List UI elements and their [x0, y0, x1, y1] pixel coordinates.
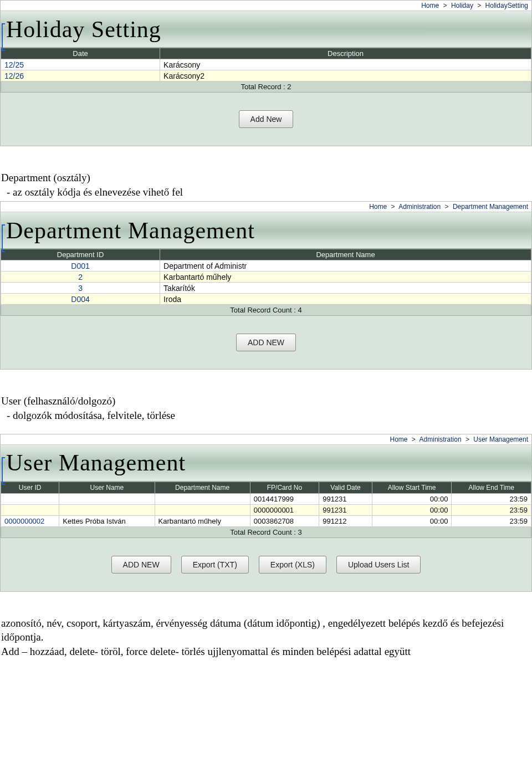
table-row[interactable]: 12/26 Karácsony2	[1, 70, 531, 81]
breadcrumb-home[interactable]: Home	[390, 436, 408, 443]
add-new-button[interactable]: ADD NEW	[236, 334, 296, 351]
export-xls-button[interactable]: Export (XLS)	[259, 556, 326, 574]
cell-dept-id[interactable]: 2	[1, 272, 160, 283]
cell-card: 0000000001	[250, 504, 319, 515]
cell-dname	[155, 504, 250, 515]
department-intro: Department (osztály) - az osztály kódja …	[0, 168, 532, 201]
cell-date[interactable]: 12/25	[1, 59, 160, 70]
table-row[interactable]: 12/25 Karácsony	[1, 59, 531, 70]
table-row[interactable]: 3 Takarítók	[1, 283, 531, 294]
intro-heading: Department (osztály)	[1, 171, 531, 185]
cell-start: 00:00	[372, 504, 452, 515]
cell-uid[interactable]	[1, 504, 59, 515]
department-management-screenshot: Home > Administration > Department Manag…	[0, 201, 532, 370]
cell-end: 23:59	[452, 515, 531, 526]
cell-card: 0014417999	[250, 493, 319, 504]
cell-dept-name: Karbantartó műhely	[160, 272, 531, 283]
page-title: Department Management	[1, 212, 531, 249]
cell-dept-id[interactable]: D004	[1, 294, 160, 305]
col-date: Date	[1, 48, 160, 59]
cell-start: 00:00	[372, 493, 452, 504]
breadcrumb: Home > Administration > User Management	[1, 434, 531, 445]
total-record: Total Record : 2	[1, 81, 531, 93]
breadcrumb-home[interactable]: Home	[369, 203, 387, 211]
user-intro: User (felhasználó/dolgozó) - dolgozók mó…	[0, 392, 532, 424]
intro-bullet: - dolgozók módosítása, felvitele, törlés…	[1, 408, 531, 423]
cell-valid: 991231	[319, 493, 372, 504]
holiday-setting-screenshot: Home > Holiday > HolidaySetting Holiday …	[0, 0, 532, 146]
table-row[interactable]: D004 Iroda	[1, 294, 531, 305]
cell-valid: 991231	[319, 504, 372, 515]
breadcrumb-current: Department Management	[453, 203, 528, 211]
table-row[interactable]: 0000000002 Kettes Próba István Karbantar…	[1, 515, 531, 526]
cell-uid[interactable]	[1, 493, 59, 504]
breadcrumb-holiday[interactable]: Holiday	[451, 2, 473, 9]
col-description: Description	[160, 48, 531, 59]
intro-heading: User (felhasználó/dolgozó)	[1, 394, 531, 408]
page-title: User Management	[1, 445, 531, 482]
cell-dept-name: Takarítók	[160, 283, 531, 294]
col-card-no: FP/Card No	[250, 482, 319, 493]
table-row[interactable]: 0014417999 991231 00:00 23:59	[1, 493, 531, 504]
decorator-bracket-icon	[2, 457, 5, 485]
user-management-screenshot: Home > Administration > User Management …	[0, 434, 532, 592]
cell-valid: 991212	[319, 515, 372, 526]
cell-start: 00:00	[372, 515, 452, 526]
table-row[interactable]: 0000000001 991231 00:00 23:59	[1, 504, 531, 515]
footer-p2: Add – hozzáad, delete- töröl, force dele…	[1, 644, 531, 659]
breadcrumb-admin[interactable]: Administration	[398, 203, 441, 211]
col-dept-id: Department ID	[1, 249, 160, 260]
total-record: Total Record Count : 4	[1, 305, 531, 316]
cell-dname	[155, 493, 250, 504]
breadcrumb-current: User Management	[473, 436, 528, 443]
breadcrumb-admin[interactable]: Administration	[420, 436, 462, 443]
export-txt-button[interactable]: Export (TXT)	[181, 556, 249, 574]
cell-uname: Kettes Próba István	[59, 515, 155, 526]
breadcrumb: Home > Administration > Department Manag…	[1, 202, 531, 212]
total-record: Total Record Count : 3	[1, 527, 531, 538]
holiday-table: Date Description 12/25 Karácsony 12/26 K…	[1, 48, 531, 81]
department-table: Department ID Department Name D001 Depar…	[1, 249, 531, 305]
cell-dname: Karbantartó műhely	[155, 515, 250, 526]
cell-end: 23:59	[452, 493, 531, 504]
col-valid-date: Valid Date	[319, 482, 372, 493]
col-user-name: User Name	[59, 482, 155, 493]
cell-card: 0003862708	[250, 515, 319, 526]
page-title: Holiday Setting	[1, 11, 531, 48]
user-table: User ID User Name Department Name FP/Car…	[1, 482, 531, 527]
breadcrumb-current: HolidaySetting	[485, 2, 528, 9]
col-allow-end: Allow End Time	[452, 482, 531, 493]
cell-desc: Karácsony2	[160, 70, 531, 81]
table-row[interactable]: 2 Karbantartó műhely	[1, 272, 531, 283]
intro-bullet: - az osztály kódja és elnevezése vihető …	[1, 185, 531, 199]
col-allow-start: Allow Start Time	[372, 482, 452, 493]
cell-uname	[59, 493, 155, 504]
decorator-bracket-icon	[2, 224, 5, 252]
breadcrumb-home[interactable]: Home	[421, 2, 439, 9]
table-row[interactable]: D001 Department of Administr	[1, 260, 531, 272]
cell-date[interactable]: 12/26	[1, 70, 160, 81]
cell-dept-name: Iroda	[160, 294, 531, 305]
cell-dept-id[interactable]: 3	[1, 283, 160, 294]
cell-dept-name: Department of Administr	[160, 260, 531, 272]
decorator-bracket-icon	[2, 23, 5, 51]
add-new-button[interactable]: Add New	[239, 110, 294, 128]
upload-users-button[interactable]: Upload Users List	[336, 556, 421, 574]
col-user-id: User ID	[1, 482, 59, 493]
cell-dept-id[interactable]: D001	[1, 260, 160, 272]
breadcrumb: Home > Holiday > HolidaySetting	[1, 1, 531, 11]
col-dept-name: Department Name	[155, 482, 250, 493]
add-new-button[interactable]: ADD NEW	[111, 556, 171, 574]
col-dept-name: Department Name	[160, 249, 531, 260]
cell-uid[interactable]: 0000000002	[1, 515, 59, 526]
footer-p1: azonosító, név, csoport, kártyaszám, érv…	[1, 616, 531, 644]
cell-uname	[59, 504, 155, 515]
cell-desc: Karácsony	[160, 59, 531, 70]
footer-text: azonosító, név, csoport, kártyaszám, érv…	[0, 614, 532, 661]
cell-end: 23:59	[452, 504, 531, 515]
